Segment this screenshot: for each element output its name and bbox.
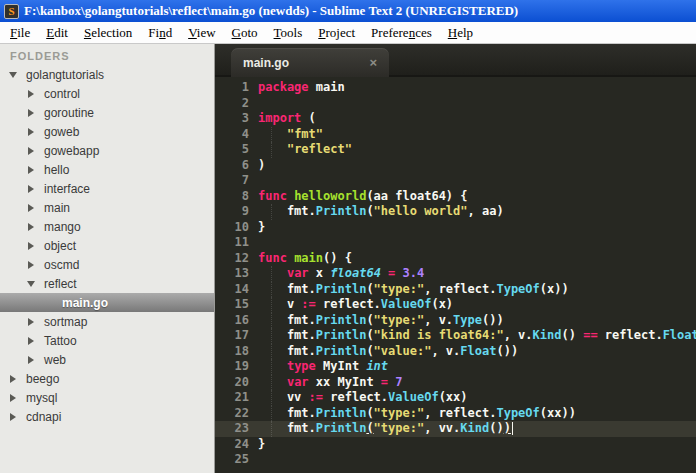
- triangle-right-glyph: [10, 413, 16, 421]
- code-line-text: }: [258, 437, 696, 453]
- code-line-3[interactable]: 3import (: [215, 111, 696, 127]
- code-line-17[interactable]: 17 fmt.Println("kind is float64:", v.Kin…: [215, 328, 696, 344]
- triangle-right-icon[interactable]: [26, 147, 36, 155]
- code-line-10[interactable]: 10}: [215, 220, 696, 236]
- sidebar-item-sortmap[interactable]: sortmap: [0, 312, 214, 331]
- triangle-right-icon[interactable]: [26, 318, 36, 326]
- menu-selection[interactable]: Selection: [76, 23, 140, 43]
- sublime-window: S F:\kanbox\golangtutorials\reflect\main…: [0, 0, 696, 473]
- code-line-2[interactable]: 2: [215, 96, 696, 112]
- menu-view[interactable]: View: [180, 23, 223, 43]
- sidebar-item-web[interactable]: web: [0, 350, 214, 369]
- sidebar-item-reflect[interactable]: reflect: [0, 274, 214, 293]
- code-line-text: [258, 452, 696, 468]
- menu-find-pre: Fi: [148, 25, 159, 40]
- sidebar-item-mysql[interactable]: mysql: [0, 388, 214, 407]
- sidebar-item-label: hello: [44, 163, 69, 177]
- sidebar-item-interface[interactable]: interface: [0, 179, 214, 198]
- sidebar-item-label: main: [44, 201, 70, 215]
- menu-project[interactable]: Project: [310, 23, 363, 43]
- triangle-right-icon[interactable]: [8, 375, 18, 383]
- line-number: 22: [215, 406, 258, 422]
- code-token: fmt.: [258, 282, 316, 296]
- code-token: ): [504, 421, 511, 435]
- menu-edit[interactable]: Edit: [38, 23, 76, 43]
- code-line-21[interactable]: 21 vv := reflect.ValueOf(xx): [215, 390, 696, 406]
- code-token: var: [287, 266, 309, 280]
- triangle-right-icon[interactable]: [26, 337, 36, 345]
- code-token: (: [366, 204, 373, 218]
- menu-preferences[interactable]: Preferences: [363, 23, 440, 43]
- code-line-12[interactable]: 12func main() {: [215, 251, 696, 267]
- code-line-16[interactable]: 16 fmt.Println("type:", v.Type()): [215, 313, 696, 329]
- code-line-8[interactable]: 8func helloworld(aa float64) {: [215, 189, 696, 205]
- code-line-6[interactable]: 6): [215, 158, 696, 174]
- triangle-right-icon[interactable]: [26, 261, 36, 269]
- line-number: 2: [215, 96, 258, 112]
- menu-help[interactable]: Help: [440, 23, 481, 43]
- triangle-right-icon[interactable]: [26, 204, 36, 212]
- triangle-right-icon[interactable]: [26, 242, 36, 250]
- triangle-right-icon[interactable]: [8, 394, 18, 402]
- code-line-22[interactable]: 22 fmt.Println("type:", reflect.TypeOf(x…: [215, 406, 696, 422]
- sidebar-item-main[interactable]: main: [0, 198, 214, 217]
- sidebar-item-beego[interactable]: beego: [0, 369, 214, 388]
- sidebar-item-hello[interactable]: hello: [0, 160, 214, 179]
- tab-close-icon[interactable]: ×: [369, 56, 377, 69]
- code-line-11[interactable]: 11: [215, 235, 696, 251]
- code-token: fmt.: [258, 313, 316, 327]
- code-line-1[interactable]: 1package main: [215, 80, 696, 96]
- code-line-20[interactable]: 20 var xx MyInt = 7: [215, 375, 696, 391]
- triangle-right-glyph: [28, 90, 34, 98]
- code-line-5[interactable]: 5 "reflect": [215, 142, 696, 158]
- sidebar-item-gowebapp[interactable]: gowebapp: [0, 141, 214, 160]
- code-line-19[interactable]: 19 type MyInt int: [215, 359, 696, 375]
- triangle-right-icon[interactable]: [26, 185, 36, 193]
- menu-file[interactable]: File: [2, 23, 38, 43]
- code-line-18[interactable]: 18 fmt.Println("value:", v.Float()): [215, 344, 696, 360]
- line-number: 24: [215, 437, 258, 453]
- triangle-down-icon[interactable]: [26, 281, 36, 287]
- triangle-right-icon[interactable]: [8, 413, 18, 421]
- code-token: main: [294, 251, 323, 265]
- code-line-25[interactable]: 25: [215, 452, 696, 468]
- code-line-9[interactable]: 9 fmt.Println("hello world", aa): [215, 204, 696, 220]
- code-token: }: [258, 220, 265, 234]
- code-line-13[interactable]: 13 var x float64 = 3.4: [215, 266, 696, 282]
- triangle-right-icon[interactable]: [26, 90, 36, 98]
- triangle-right-icon[interactable]: [26, 109, 36, 117]
- code-line-24[interactable]: 24}: [215, 437, 696, 453]
- sidebar-item-goroutine[interactable]: goroutine: [0, 103, 214, 122]
- menu-preferences-pre: Prefere: [371, 25, 409, 40]
- code-token: float64: [330, 266, 381, 280]
- sidebar-item-golangtutorials[interactable]: golangtutorials: [0, 65, 214, 84]
- sidebar-item-goweb[interactable]: goweb: [0, 122, 214, 141]
- line-number: 15: [215, 297, 258, 313]
- triangle-down-icon[interactable]: [8, 72, 18, 78]
- code-line-text: type MyInt int: [258, 359, 696, 375]
- sidebar-item-oscmd[interactable]: oscmd: [0, 255, 214, 274]
- sidebar-item-label: control: [44, 87, 80, 101]
- menu-goto[interactable]: Goto: [224, 23, 266, 43]
- sidebar-item-main-go[interactable]: main.go: [0, 293, 214, 312]
- sidebar-item-control[interactable]: control: [0, 84, 214, 103]
- tab-main-go[interactable]: main.go ×: [231, 48, 389, 77]
- code-line-4[interactable]: 4 "fmt": [215, 127, 696, 143]
- line-number: 14: [215, 282, 258, 298]
- sidebar-item-cdnapi[interactable]: cdnapi: [0, 407, 214, 426]
- code-token: fmt.: [258, 344, 316, 358]
- triangle-right-icon[interactable]: [26, 223, 36, 231]
- menu-find[interactable]: Find: [140, 23, 180, 43]
- code-line-7[interactable]: 7: [215, 173, 696, 189]
- sidebar-item-object[interactable]: object: [0, 236, 214, 255]
- code-area[interactable]: 1package main23import (4 "fmt"5 "reflect…: [215, 77, 696, 473]
- triangle-right-icon[interactable]: [26, 356, 36, 364]
- triangle-right-icon[interactable]: [26, 166, 36, 174]
- menu-tools[interactable]: Tools: [266, 23, 311, 43]
- sidebar-item-mango[interactable]: mango: [0, 217, 214, 236]
- code-line-15[interactable]: 15 v := reflect.ValueOf(x): [215, 297, 696, 313]
- sidebar-item-tattoo[interactable]: Tattoo: [0, 331, 214, 350]
- triangle-right-icon[interactable]: [26, 128, 36, 136]
- code-line-14[interactable]: 14 fmt.Println("type:", reflect.TypeOf(x…: [215, 282, 696, 298]
- code-line-23[interactable]: 23 fmt.Println("type:", vv.Kind()): [215, 421, 696, 437]
